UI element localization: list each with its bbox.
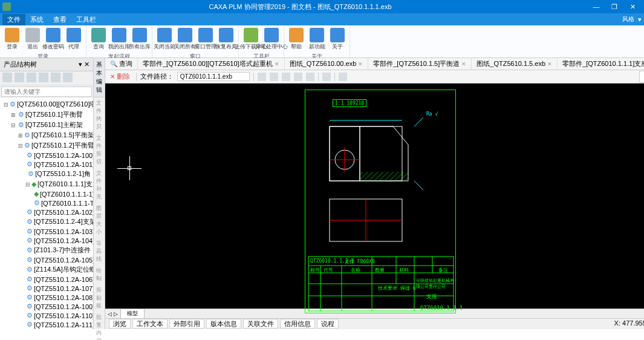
close-icon[interactable]: ✕ bbox=[547, 61, 552, 67]
tree-item[interactable]: ⚙[QTZ5510.1.2A-107] bbox=[1, 284, 92, 293]
path-input[interactable] bbox=[177, 72, 250, 81]
ribbon-button[interactable]: 关闭当前 bbox=[155, 27, 174, 52]
status-tab[interactable]: 版本信息 bbox=[206, 319, 241, 329]
document-tab[interactable]: 零部件_[QTZ5610.00][QTZ5610]塔式起重机✕ bbox=[138, 58, 285, 70]
zoom-icon[interactable] bbox=[294, 73, 302, 81]
ribbon-button[interactable]: 我的出库 bbox=[109, 27, 129, 52]
close-icon[interactable]: ✕ bbox=[358, 61, 363, 67]
tree-item[interactable]: ⊟⚙[QTZ5510.1.2]平衡臂拉杆 bbox=[1, 140, 92, 151]
side-item[interactable]: 文件拷贝 bbox=[94, 97, 105, 132]
tool-icon[interactable] bbox=[339, 73, 347, 81]
ribbon-button[interactable]: 登录 bbox=[2, 27, 22, 52]
status-tab[interactable]: 浏览 bbox=[109, 319, 131, 329]
search-input[interactable] bbox=[1, 87, 92, 97]
tree-item[interactable]: ⊞⚙[QTZ5610.1.5]平衡架 bbox=[1, 130, 92, 140]
document-tab[interactable]: 零部件_[QTZ6010.1.1.1]支座✕ bbox=[558, 58, 644, 70]
zoom-icon[interactable] bbox=[282, 73, 290, 81]
tree-item[interactable]: ⚙[QTZ5510.1.2A-100] bbox=[1, 151, 92, 160]
close-button[interactable]: ✕ bbox=[623, 3, 642, 11]
panel-pin-icon[interactable]: ▾ ✕ bbox=[79, 60, 89, 68]
document-tab[interactable]: 零部件_[QTZ5610.1.5]平衡道✕ bbox=[368, 58, 472, 70]
tree-item[interactable]: ⚙[QTZ5510.1.2A-108] bbox=[1, 293, 92, 302]
cad-canvas[interactable]: 1:1 109210 Ra √ QTZ6010.1.1.2-1 支撑 FB60X… bbox=[105, 83, 644, 309]
tree-item[interactable]: ⚙[QTZ5510.1.2A-102] bbox=[1, 208, 92, 217]
ribbon-button[interactable]: 所有出库 bbox=[130, 27, 149, 52]
left-panel: 产品结构树 ▾ ✕ ⊟⚙[QTZ5610.00][QTZ5610]塔式起重机⊞⚙… bbox=[0, 58, 94, 329]
status-tab[interactable]: 外部引用 bbox=[169, 319, 204, 329]
tree-item[interactable]: ⚙[QTZ5510.1.2A-104] bbox=[1, 236, 92, 245]
tree-item[interactable]: ⚙[QTZ5510.1.2A-106] bbox=[1, 275, 92, 284]
tree-item[interactable]: ⚙[QTZ5510.1.2-1]角 bbox=[1, 169, 92, 179]
tree-item[interactable]: ⊟◆[QTZ6010.1.1.1]支座 bbox=[1, 179, 92, 189]
ribbon-button[interactable]: 查询 bbox=[89, 27, 108, 52]
menu-file[interactable]: 文件 bbox=[2, 14, 25, 25]
menu-toolbar[interactable]: 工具栏 bbox=[71, 14, 101, 25]
ribbon-button[interactable]: 帮助 bbox=[287, 27, 306, 52]
side-item[interactable]: 绘制 bbox=[94, 265, 105, 284]
ribbon-button[interactable]: 窗口管理 bbox=[196, 27, 215, 52]
tree-item[interactable]: ⚙[QTZ5510.1.2A-100] bbox=[1, 302, 92, 311]
view-button[interactable]: 导航 bbox=[639, 71, 644, 83]
tree-item[interactable]: ⚙[QTZ5510.1.2-4]支架 bbox=[1, 217, 92, 227]
menu-view[interactable]: 查看 bbox=[48, 14, 71, 25]
model-tab[interactable]: 模型 bbox=[120, 309, 145, 319]
tool-icon[interactable] bbox=[27, 73, 36, 82]
tool-icon[interactable] bbox=[322, 73, 331, 81]
maximize-button[interactable]: ❐ bbox=[605, 3, 623, 11]
window-title: CAXA PLM 协同管理2019 - 图文档 - 图纸_QTZ6010.1.1… bbox=[13, 2, 587, 11]
tree-item[interactable]: ⚙[QTZ6010.1.1.1-T] bbox=[1, 198, 92, 208]
tool-icon[interactable] bbox=[2, 73, 12, 82]
tab-nav-icon[interactable]: ◁ ▷ bbox=[108, 311, 118, 317]
tree-item[interactable]: ⚙[QTZ5510.1.2A-105] bbox=[1, 255, 92, 264]
status-tab[interactable]: 关联文件 bbox=[243, 319, 278, 329]
tree-item[interactable]: ⚙[Z101.3-7]中连接件 bbox=[1, 245, 92, 255]
zoom-icon[interactable] bbox=[258, 73, 266, 81]
tool-icon[interactable] bbox=[39, 73, 48, 82]
tree-item[interactable]: ⊟⚙[QTZ5610.00][QTZ5610]塔式起重机 bbox=[1, 99, 92, 110]
zoom-icon[interactable] bbox=[306, 73, 314, 81]
ribbon-button[interactable]: 关于 bbox=[328, 27, 347, 52]
tree-item[interactable]: ⚙[QTZ5510.1.2A-110] bbox=[1, 311, 92, 320]
col-header: 备注 bbox=[438, 267, 448, 273]
ribbon-button[interactable]: 异常处理中心 bbox=[262, 27, 281, 52]
menu-system[interactable]: 系统 bbox=[25, 14, 48, 25]
ribbon-button[interactable]: 恢复布局 bbox=[216, 27, 236, 52]
search-tab[interactable]: 🔍 查询 bbox=[105, 58, 138, 70]
ribbon-button[interactable]: 退出 bbox=[23, 27, 42, 52]
minimize-button[interactable]: — bbox=[587, 3, 605, 10]
svg-line-8 bbox=[414, 117, 423, 126]
tool-icon[interactable] bbox=[63, 73, 73, 82]
tree-item[interactable]: ⚙[Z114.5A]吊钩定位螺栓 bbox=[1, 264, 92, 275]
side-item[interactable]: 文件剪切 bbox=[94, 132, 105, 168]
side-item[interactable]: 文件补充 bbox=[94, 168, 105, 203]
ribbon-button[interactable]: 关闭所有 bbox=[175, 27, 195, 52]
close-icon[interactable]: ✕ bbox=[275, 61, 279, 67]
delete-button[interactable]: ✕ 删除 bbox=[108, 71, 132, 82]
side-item[interactable]: 剪贴板 bbox=[94, 284, 105, 312]
tree-item[interactable]: ⊟⚙[QTZ5610.1]主桁架 bbox=[1, 120, 92, 130]
close-icon[interactable]: ✕ bbox=[461, 61, 466, 67]
side-item[interactable]: 等高线 bbox=[94, 238, 105, 265]
tree-item[interactable]: ⚙[QTZ5510.1.2A-101] bbox=[1, 160, 92, 169]
style-label[interactable]: 风格 bbox=[622, 15, 634, 24]
tree-item[interactable]: ⊞⚙[QTZ5610.1]平衡臂 bbox=[1, 110, 92, 120]
side-item[interactable]: 批复内容 bbox=[94, 312, 105, 340]
tree-item[interactable]: ⚙[QTZ5510.1.2A-111] bbox=[1, 320, 92, 329]
tree-item[interactable]: ◆[QTZ6010.1.1.1-1] bbox=[1, 189, 92, 198]
ribbon-button[interactable]: 代理 bbox=[64, 27, 83, 52]
status-tab[interactable]: 说程 bbox=[317, 319, 339, 329]
dropdown-icon[interactable]: ▾ bbox=[638, 16, 642, 24]
status-tab[interactable]: 工作文本 bbox=[132, 319, 168, 329]
document-tab[interactable]: 图纸_QTZ5610.00.exb✕ bbox=[285, 58, 369, 70]
status-tab[interactable]: 信用信息 bbox=[280, 319, 315, 329]
panel-header: 产品结构树 ▾ ✕ bbox=[0, 58, 93, 71]
tool-icon[interactable] bbox=[15, 73, 24, 82]
side-item[interactable]: 图层大小 bbox=[94, 203, 105, 238]
tool-icon[interactable] bbox=[51, 73, 60, 82]
ribbon-button[interactable]: 修改密码 bbox=[44, 27, 63, 52]
ribbon-button[interactable]: 新功能 bbox=[307, 27, 327, 52]
document-tab[interactable]: 图纸_QTZ5610.1.5.exb✕ bbox=[472, 58, 558, 70]
product-tree[interactable]: ⊟⚙[QTZ5610.00][QTZ5610]塔式起重机⊞⚙[QTZ5610.1… bbox=[0, 98, 93, 329]
tree-item[interactable]: ⚙[QTZ5510.1.2A-103] bbox=[1, 227, 92, 236]
zoom-icon[interactable] bbox=[270, 73, 278, 81]
